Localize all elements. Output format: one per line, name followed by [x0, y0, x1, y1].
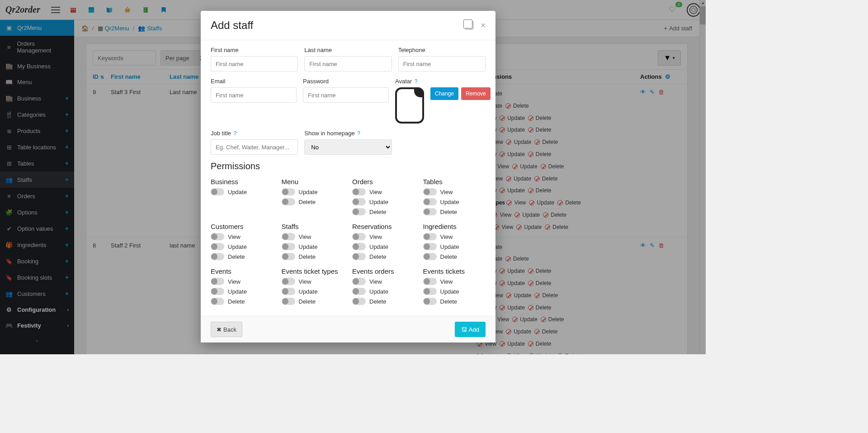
toggle-label: Delete: [299, 298, 316, 305]
toggle-delete[interactable]: [282, 253, 295, 260]
toggle-label: Delete: [369, 253, 387, 260]
modal-header: Add staff ×: [201, 11, 495, 40]
show-homepage-select[interactable]: No: [304, 139, 392, 155]
back-button[interactable]: ✖Back: [211, 322, 242, 337]
email-input[interactable]: [211, 87, 297, 103]
help-icon[interactable]: ?: [357, 130, 360, 137]
perm-toggle-row: View: [423, 188, 486, 195]
perm-toggle-row: Delete: [282, 298, 344, 305]
toggle-update[interactable]: [282, 243, 295, 250]
show-homepage-label: Show in homepage ?: [304, 130, 392, 137]
toggle-label: Update: [299, 288, 318, 295]
toggle-view[interactable]: [423, 233, 437, 240]
perm-group-events-orders: Events ordersViewUpdateDelete: [352, 265, 415, 308]
perm-toggle-row: View: [211, 278, 274, 285]
toggle-update[interactable]: [423, 243, 437, 250]
toggle-label: View: [299, 233, 311, 240]
toggle-update[interactable]: [282, 288, 295, 295]
perm-toggle-row: View: [352, 278, 415, 285]
toggle-view[interactable]: [423, 188, 437, 195]
toggle-label: Update: [369, 288, 388, 295]
toggle-view[interactable]: [282, 233, 295, 240]
toggle-label: View: [369, 189, 382, 195]
toggle-view[interactable]: [282, 278, 295, 285]
perm-toggle-row: Delete: [352, 298, 415, 305]
perm-group-title: Tables: [423, 178, 486, 186]
perm-toggle-row: Delete: [352, 253, 415, 260]
perm-group-reservations: ReservationsViewUpdateDelete: [352, 220, 415, 263]
toggle-label: View: [228, 233, 241, 240]
close-icon[interactable]: ×: [481, 21, 486, 30]
toggle-update[interactable]: [211, 288, 224, 295]
toggle-view[interactable]: [352, 278, 366, 285]
perm-group-title: Customers: [211, 223, 274, 230]
perm-toggle-row: Update: [211, 188, 274, 195]
toggle-delete[interactable]: [423, 253, 437, 260]
toggle-update[interactable]: [352, 198, 366, 205]
perm-toggle-row: Update: [282, 243, 344, 250]
permissions-heading: Permissions: [211, 161, 486, 171]
toggle-delete[interactable]: [282, 298, 295, 305]
perm-toggle-row: Delete: [352, 208, 415, 215]
add-button[interactable]: 🖫Add: [455, 322, 486, 337]
perm-toggle-row: View: [423, 278, 486, 285]
perm-group-title: Menu: [282, 178, 344, 186]
perm-group-title: Ingredients: [423, 223, 486, 230]
toggle-delete[interactable]: [423, 208, 437, 215]
telephone-input[interactable]: [398, 56, 486, 71]
perm-group-title: Events tickets: [423, 267, 486, 275]
toggle-view[interactable]: [211, 233, 224, 240]
permissions-grid: BusinessUpdateMenuUpdateDeleteOrdersView…: [211, 175, 486, 308]
toggle-label: Delete: [369, 298, 387, 305]
toggle-update[interactable]: [423, 198, 437, 205]
toggle-label: Delete: [440, 209, 458, 215]
toggle-view[interactable]: [211, 278, 224, 285]
toggle-label: Delete: [228, 298, 245, 305]
toggle-update[interactable]: [352, 243, 366, 250]
perm-group-customers: CustomersViewUpdateDelete: [211, 220, 274, 263]
perm-group-events-ticket-types: Events ticket typesViewUpdateDelete: [282, 265, 344, 308]
remove-button[interactable]: Remove: [461, 87, 491, 100]
toggle-view[interactable]: [352, 188, 366, 195]
help-icon[interactable]: ?: [415, 78, 418, 85]
toggle-delete[interactable]: [352, 298, 366, 305]
toggle-update[interactable]: [352, 288, 366, 295]
toggle-label: View: [228, 278, 241, 285]
perm-group-title: Events ticket types: [282, 267, 344, 275]
lastname-input[interactable]: [304, 56, 392, 71]
perm-toggle-row: View: [282, 233, 344, 240]
perm-toggle-row: Update: [423, 288, 486, 295]
perm-toggle-row: Delete: [282, 198, 344, 205]
toggle-update[interactable]: [423, 288, 437, 295]
perm-toggle-row: View: [211, 233, 274, 240]
toggle-delete[interactable]: [423, 298, 437, 305]
toggle-delete[interactable]: [352, 208, 366, 215]
change-button[interactable]: Change: [430, 87, 458, 100]
perm-toggle-row: View: [423, 233, 486, 240]
toggle-delete[interactable]: [211, 253, 224, 260]
toggle-view[interactable]: [352, 233, 366, 240]
toggle-update[interactable]: [282, 188, 295, 195]
perm-group-orders: OrdersViewUpdateDelete: [352, 175, 415, 218]
toggle-delete[interactable]: [352, 253, 366, 260]
password-input[interactable]: [303, 87, 389, 103]
toggle-view[interactable]: [423, 278, 437, 285]
firstname-input[interactable]: [211, 56, 298, 71]
toggle-label: Delete: [228, 253, 245, 260]
duplicate-icon[interactable]: [465, 21, 473, 29]
avatar-label: Avatar ?: [395, 78, 491, 85]
toggle-update[interactable]: [211, 188, 224, 195]
perm-group-staffs: StaffsViewUpdateDelete: [282, 220, 344, 263]
toggle-label: View: [440, 233, 453, 240]
toggle-update[interactable]: [211, 243, 224, 250]
perm-toggle-row: Update: [211, 243, 274, 250]
perm-group-menu: MenuUpdateDelete: [282, 175, 344, 218]
job-title-input[interactable]: [211, 139, 298, 155]
add-staff-modal: Add staff × First name Last name Telepho…: [201, 11, 495, 343]
toggle-delete[interactable]: [282, 198, 295, 205]
perm-toggle-row: Delete: [423, 298, 486, 305]
modal-title: Add staff: [211, 19, 253, 32]
perm-toggle-row: Update: [282, 188, 344, 195]
help-icon[interactable]: ?: [233, 130, 236, 137]
toggle-delete[interactable]: [211, 298, 224, 305]
